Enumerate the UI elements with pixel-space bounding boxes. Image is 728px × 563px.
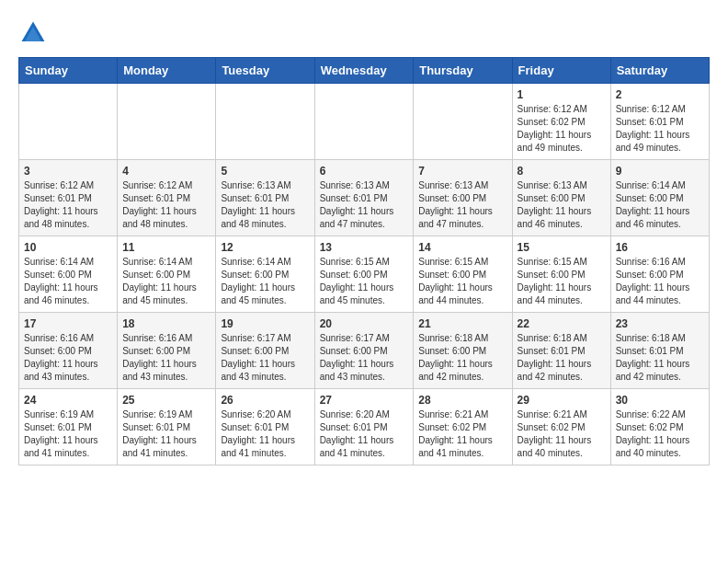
calendar-cell: 30Sunrise: 6:22 AM Sunset: 6:02 PM Dayli… [610,389,709,465]
week-row-5: 24Sunrise: 6:19 AM Sunset: 6:01 PM Dayli… [19,389,710,465]
day-info: Sunrise: 6:13 AM Sunset: 6:00 PM Dayligh… [518,179,606,231]
day-info: Sunrise: 6:21 AM Sunset: 6:02 PM Dayligh… [518,408,606,460]
calendar-cell: 16Sunrise: 6:16 AM Sunset: 6:00 PM Dayli… [610,236,709,313]
day-info: Sunrise: 6:12 AM Sunset: 6:01 PM Dayligh… [122,179,210,231]
calendar-cell: 26Sunrise: 6:20 AM Sunset: 6:01 PM Dayli… [216,389,314,465]
day-number: 6 [320,165,409,178]
calendar-cell: 8Sunrise: 6:13 AM Sunset: 6:00 PM Daylig… [512,160,610,236]
week-row-3: 10Sunrise: 6:14 AM Sunset: 6:00 PM Dayli… [19,236,710,313]
day-number: 30 [616,394,704,407]
day-number: 23 [616,317,704,330]
calendar-cell: 10Sunrise: 6:14 AM Sunset: 6:00 PM Dayli… [19,236,118,313]
calendar-cell: 21Sunrise: 6:18 AM Sunset: 6:00 PM Dayli… [414,313,512,389]
day-info: Sunrise: 6:19 AM Sunset: 6:01 PM Dayligh… [24,408,112,460]
day-number: 17 [24,317,112,330]
calendar-cell: 6Sunrise: 6:13 AM Sunset: 6:01 PM Daylig… [314,160,414,236]
calendar-cell: 14Sunrise: 6:15 AM Sunset: 6:00 PM Dayli… [414,236,512,313]
day-info: Sunrise: 6:14 AM Sunset: 6:00 PM Dayligh… [122,256,210,307]
calendar-cell: 15Sunrise: 6:15 AM Sunset: 6:00 PM Dayli… [512,236,610,313]
day-info: Sunrise: 6:15 AM Sunset: 6:00 PM Dayligh… [320,256,409,307]
day-info: Sunrise: 6:17 AM Sunset: 6:00 PM Dayligh… [320,332,409,384]
calendar-cell [414,84,512,160]
calendar-cell: 1Sunrise: 6:12 AM Sunset: 6:02 PM Daylig… [512,84,610,160]
day-info: Sunrise: 6:18 AM Sunset: 6:01 PM Dayligh… [518,332,606,384]
day-info: Sunrise: 6:18 AM Sunset: 6:00 PM Dayligh… [418,332,506,384]
day-info: Sunrise: 6:12 AM Sunset: 6:01 PM Dayligh… [616,103,704,155]
day-info: Sunrise: 6:14 AM Sunset: 6:00 PM Dayligh… [616,179,704,231]
calendar-cell: 18Sunrise: 6:16 AM Sunset: 6:00 PM Dayli… [118,313,216,389]
day-number: 20 [320,317,409,330]
week-row-4: 17Sunrise: 6:16 AM Sunset: 6:00 PM Dayli… [19,313,710,389]
day-info: Sunrise: 6:21 AM Sunset: 6:02 PM Dayligh… [418,408,506,460]
day-info: Sunrise: 6:16 AM Sunset: 6:00 PM Dayligh… [24,332,112,384]
day-info: Sunrise: 6:14 AM Sunset: 6:00 PM Dayligh… [24,256,112,307]
day-info: Sunrise: 6:22 AM Sunset: 6:02 PM Dayligh… [616,408,704,460]
day-number: 24 [24,394,112,407]
day-number: 3 [24,165,112,178]
day-info: Sunrise: 6:14 AM Sunset: 6:00 PM Dayligh… [221,256,309,307]
day-number: 7 [418,165,506,178]
calendar-cell [118,84,216,160]
day-info: Sunrise: 6:20 AM Sunset: 6:01 PM Dayligh… [221,408,309,460]
day-number: 18 [122,317,210,330]
calendar-cell: 19Sunrise: 6:17 AM Sunset: 6:00 PM Dayli… [216,313,314,389]
day-number: 8 [518,165,606,178]
column-header-sunday: Sunday [19,58,118,84]
day-number: 26 [221,394,309,407]
day-number: 9 [616,165,704,178]
day-info: Sunrise: 6:15 AM Sunset: 6:00 PM Dayligh… [518,256,606,307]
day-info: Sunrise: 6:17 AM Sunset: 6:00 PM Dayligh… [221,332,309,384]
calendar-header: SundayMondayTuesdayWednesdayThursdayFrid… [19,58,710,84]
calendar-cell [19,84,118,160]
day-number: 28 [418,394,506,407]
column-header-wednesday: Wednesday [314,58,414,84]
calendar-cell: 4Sunrise: 6:12 AM Sunset: 6:01 PM Daylig… [118,160,216,236]
calendar-cell: 25Sunrise: 6:19 AM Sunset: 6:01 PM Dayli… [118,389,216,465]
day-number: 19 [221,317,309,330]
calendar-cell: 20Sunrise: 6:17 AM Sunset: 6:00 PM Dayli… [314,313,414,389]
day-info: Sunrise: 6:13 AM Sunset: 6:01 PM Dayligh… [320,179,409,231]
day-info: Sunrise: 6:16 AM Sunset: 6:00 PM Dayligh… [616,256,704,307]
day-number: 25 [122,394,210,407]
day-number: 13 [320,241,409,254]
calendar-cell [216,84,314,160]
day-info: Sunrise: 6:12 AM Sunset: 6:02 PM Dayligh… [518,103,606,155]
calendar-table: SundayMondayTuesdayWednesdayThursdayFrid… [18,57,710,465]
day-number: 22 [518,317,606,330]
calendar-cell: 13Sunrise: 6:15 AM Sunset: 6:00 PM Dayli… [314,236,414,313]
day-number: 14 [418,241,506,254]
calendar-cell: 11Sunrise: 6:14 AM Sunset: 6:00 PM Dayli… [118,236,216,313]
column-header-thursday: Thursday [414,58,512,84]
day-number: 1 [518,88,606,101]
column-header-saturday: Saturday [610,58,709,84]
day-info: Sunrise: 6:15 AM Sunset: 6:00 PM Dayligh… [418,256,506,307]
day-number: 27 [320,394,409,407]
calendar-cell: 23Sunrise: 6:18 AM Sunset: 6:01 PM Dayli… [610,313,709,389]
calendar-cell: 17Sunrise: 6:16 AM Sunset: 6:00 PM Dayli… [19,313,118,389]
day-number: 10 [24,241,112,254]
day-number: 4 [122,165,210,178]
logo [18,18,51,48]
day-info: Sunrise: 6:18 AM Sunset: 6:01 PM Dayligh… [616,332,704,384]
calendar-cell: 2Sunrise: 6:12 AM Sunset: 6:01 PM Daylig… [610,84,709,160]
header-row: SundayMondayTuesdayWednesdayThursdayFrid… [19,58,710,84]
week-row-2: 3Sunrise: 6:12 AM Sunset: 6:01 PM Daylig… [19,160,710,236]
day-number: 11 [122,241,210,254]
day-number: 2 [616,88,704,101]
column-header-tuesday: Tuesday [216,58,314,84]
day-number: 5 [221,165,309,178]
day-number: 16 [616,241,704,254]
column-header-monday: Monday [118,58,216,84]
calendar-body: 1Sunrise: 6:12 AM Sunset: 6:02 PM Daylig… [19,84,710,465]
day-number: 15 [518,241,606,254]
column-header-friday: Friday [512,58,610,84]
day-info: Sunrise: 6:13 AM Sunset: 6:00 PM Dayligh… [418,179,506,231]
calendar-cell: 5Sunrise: 6:13 AM Sunset: 6:01 PM Daylig… [216,160,314,236]
calendar-cell: 7Sunrise: 6:13 AM Sunset: 6:00 PM Daylig… [414,160,512,236]
calendar-cell: 9Sunrise: 6:14 AM Sunset: 6:00 PM Daylig… [610,160,709,236]
day-number: 29 [518,394,606,407]
page-header [18,18,710,48]
day-info: Sunrise: 6:19 AM Sunset: 6:01 PM Dayligh… [122,408,210,460]
day-info: Sunrise: 6:12 AM Sunset: 6:01 PM Dayligh… [24,179,112,231]
calendar-cell: 22Sunrise: 6:18 AM Sunset: 6:01 PM Dayli… [512,313,610,389]
